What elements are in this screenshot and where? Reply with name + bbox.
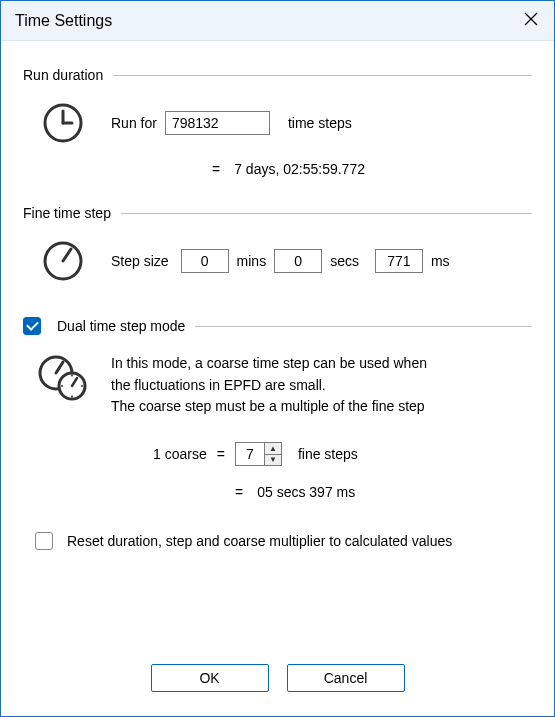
reset-label: Reset duration, step and coarse multipli…	[67, 533, 452, 549]
titlebar: Time Settings	[1, 1, 554, 41]
svg-point-11	[71, 375, 73, 377]
spinner-down-button[interactable]: ▼	[265, 454, 281, 465]
run-duration-readout: 7 days, 02:55:59.772	[234, 161, 365, 177]
equals-sign: =	[217, 446, 225, 462]
clock-icon	[23, 101, 103, 145]
dual-mode-description: In this mode, a coarse time step can be …	[111, 353, 427, 418]
run-duration-label: Run duration	[23, 67, 103, 83]
coarse-multiplier-spinner[interactable]: ▲ ▼	[235, 442, 282, 466]
coarse-right-label: fine steps	[298, 446, 358, 462]
dual-clock-icon	[23, 353, 103, 403]
svg-point-12	[81, 385, 83, 387]
coarse-multiplier-input[interactable]	[236, 443, 264, 465]
svg-point-14	[61, 385, 63, 387]
step-ms-input[interactable]	[375, 249, 423, 273]
coarse-left-label: 1 coarse	[153, 446, 207, 462]
window-title: Time Settings	[15, 12, 502, 30]
ok-button[interactable]: OK	[151, 664, 269, 692]
dual-mode-label: Dual time step mode	[57, 318, 185, 334]
equals-sign: =	[235, 484, 243, 500]
svg-point-13	[71, 396, 73, 398]
divider	[121, 213, 532, 214]
run-for-input[interactable]	[165, 111, 270, 135]
dialog-body: Run duration Run for time steps =	[1, 41, 554, 716]
coarse-step-readout: 05 secs 397 ms	[257, 484, 355, 500]
clock-hand-icon	[23, 239, 103, 283]
dual-time-step-section: Dual time step mode	[23, 317, 532, 500]
divider	[195, 326, 532, 327]
run-duration-section: Run duration Run for time steps =	[23, 67, 532, 177]
svg-line-6	[63, 249, 71, 261]
time-settings-dialog: Time Settings Run duration	[0, 0, 555, 717]
fine-time-step-section: Fine time step Step size mins secs ms	[23, 205, 532, 283]
step-secs-input[interactable]	[274, 249, 322, 273]
cancel-button[interactable]: Cancel	[287, 664, 405, 692]
close-icon	[524, 12, 538, 26]
run-for-label: Run for	[111, 115, 157, 131]
equals-sign: =	[212, 161, 220, 177]
divider	[113, 75, 532, 76]
reset-checkbox[interactable]	[35, 532, 53, 550]
mins-label: mins	[237, 253, 267, 269]
run-for-unit: time steps	[288, 115, 352, 131]
fine-time-step-label: Fine time step	[23, 205, 111, 221]
step-size-label: Step size	[111, 253, 169, 269]
ms-label: ms	[431, 253, 450, 269]
step-mins-input[interactable]	[181, 249, 229, 273]
spinner-up-button[interactable]: ▲	[265, 443, 281, 454]
secs-label: secs	[330, 253, 359, 269]
reset-row: Reset duration, step and coarse multipli…	[35, 532, 532, 550]
dialog-footer: OK Cancel	[23, 654, 532, 700]
dual-mode-checkbox[interactable]	[23, 317, 41, 335]
close-button[interactable]	[502, 10, 542, 31]
